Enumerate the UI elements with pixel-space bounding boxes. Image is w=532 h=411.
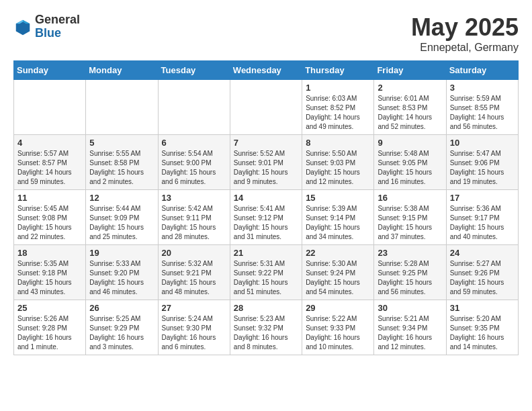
- calendar-cell: 24Sunrise: 5:27 AM Sunset: 9:26 PM Dayli…: [446, 245, 518, 300]
- day-number: 10: [450, 138, 515, 148]
- day-info: Sunrise: 5:33 AM Sunset: 9:20 PM Dayligh…: [89, 259, 154, 297]
- day-number: 11: [17, 193, 82, 203]
- day-info: Sunrise: 5:21 AM Sunset: 9:34 PM Dayligh…: [378, 314, 442, 352]
- calendar-cell: 1Sunrise: 6:03 AM Sunset: 8:52 PM Daylig…: [302, 80, 374, 135]
- day-info: Sunrise: 5:25 AM Sunset: 9:29 PM Dayligh…: [89, 314, 154, 352]
- calendar-cell: 5Sunrise: 5:55 AM Sunset: 8:58 PM Daylig…: [86, 135, 158, 190]
- day-number: 21: [234, 248, 298, 258]
- calendar-cell: 9Sunrise: 5:48 AM Sunset: 9:05 PM Daylig…: [374, 135, 446, 190]
- day-info: Sunrise: 5:57 AM Sunset: 8:57 PM Dayligh…: [17, 149, 82, 187]
- day-info: Sunrise: 5:59 AM Sunset: 8:55 PM Dayligh…: [450, 94, 515, 132]
- day-info: Sunrise: 5:42 AM Sunset: 9:11 PM Dayligh…: [162, 204, 226, 242]
- calendar-cell: 15Sunrise: 5:39 AM Sunset: 9:14 PM Dayli…: [302, 190, 374, 245]
- weekday-header: Saturday: [446, 61, 518, 80]
- day-info: Sunrise: 6:03 AM Sunset: 8:52 PM Dayligh…: [306, 94, 370, 132]
- day-info: Sunrise: 5:45 AM Sunset: 9:08 PM Dayligh…: [17, 204, 82, 242]
- day-number: 5: [89, 138, 154, 148]
- day-info: Sunrise: 5:27 AM Sunset: 9:26 PM Dayligh…: [450, 259, 515, 297]
- day-number: 19: [89, 248, 154, 258]
- day-number: 25: [17, 303, 82, 313]
- day-info: Sunrise: 5:38 AM Sunset: 9:15 PM Dayligh…: [378, 204, 442, 242]
- day-info: Sunrise: 5:32 AM Sunset: 9:21 PM Dayligh…: [162, 259, 226, 297]
- calendar-cell: 26Sunrise: 5:25 AM Sunset: 9:29 PM Dayli…: [86, 300, 158, 355]
- day-number: 31: [450, 303, 515, 313]
- day-info: Sunrise: 5:47 AM Sunset: 9:06 PM Dayligh…: [450, 149, 515, 187]
- day-number: 1: [306, 83, 370, 93]
- day-info: Sunrise: 5:26 AM Sunset: 9:28 PM Dayligh…: [17, 314, 82, 352]
- day-info: Sunrise: 5:54 AM Sunset: 9:00 PM Dayligh…: [162, 149, 226, 187]
- day-number: 27: [162, 303, 226, 313]
- day-number: 13: [162, 193, 226, 203]
- calendar-cell: 19Sunrise: 5:33 AM Sunset: 9:20 PM Dayli…: [86, 245, 158, 300]
- day-number: 28: [234, 303, 298, 313]
- calendar-cell: 8Sunrise: 5:50 AM Sunset: 9:03 PM Daylig…: [302, 135, 374, 190]
- weekday-header-row: SundayMondayTuesdayWednesdayThursdayFrid…: [14, 61, 519, 80]
- calendar-cell: 14Sunrise: 5:41 AM Sunset: 9:12 PM Dayli…: [230, 190, 302, 245]
- day-number: 12: [89, 193, 154, 203]
- day-number: 23: [378, 248, 442, 258]
- day-info: Sunrise: 5:36 AM Sunset: 9:17 PM Dayligh…: [450, 204, 515, 242]
- day-number: 16: [378, 193, 442, 203]
- day-info: Sunrise: 5:23 AM Sunset: 9:32 PM Dayligh…: [234, 314, 298, 352]
- title-block: May 2025 Ennepetal, Germany: [411, 13, 519, 54]
- calendar-cell: 21Sunrise: 5:31 AM Sunset: 9:22 PM Dayli…: [230, 245, 302, 300]
- calendar-week-row: 25Sunrise: 5:26 AM Sunset: 9:28 PM Dayli…: [14, 300, 519, 355]
- calendar-cell: [86, 80, 158, 135]
- calendar-cell: 18Sunrise: 5:35 AM Sunset: 9:18 PM Dayli…: [14, 245, 86, 300]
- weekday-header: Monday: [86, 61, 158, 80]
- calendar-cell: 10Sunrise: 5:47 AM Sunset: 9:06 PM Dayli…: [446, 135, 518, 190]
- day-number: 17: [450, 193, 515, 203]
- weekday-header: Wednesday: [230, 61, 302, 80]
- day-info: Sunrise: 5:55 AM Sunset: 8:58 PM Dayligh…: [89, 149, 154, 187]
- calendar-cell: 27Sunrise: 5:24 AM Sunset: 9:30 PM Dayli…: [158, 300, 230, 355]
- calendar-cell: 13Sunrise: 5:42 AM Sunset: 9:11 PM Dayli…: [158, 190, 230, 245]
- calendar-cell: 12Sunrise: 5:44 AM Sunset: 9:09 PM Dayli…: [86, 190, 158, 245]
- day-number: 29: [306, 303, 370, 313]
- calendar-cell: [158, 80, 230, 135]
- day-number: 20: [162, 248, 226, 258]
- day-info: Sunrise: 5:31 AM Sunset: 9:22 PM Dayligh…: [234, 259, 298, 297]
- day-number: 2: [378, 83, 442, 93]
- day-info: Sunrise: 5:30 AM Sunset: 9:24 PM Dayligh…: [306, 259, 370, 297]
- calendar-cell: 16Sunrise: 5:38 AM Sunset: 9:15 PM Dayli…: [374, 190, 446, 245]
- calendar-cell: 31Sunrise: 5:20 AM Sunset: 9:35 PM Dayli…: [446, 300, 518, 355]
- day-number: 4: [17, 138, 82, 148]
- calendar-cell: 3Sunrise: 5:59 AM Sunset: 8:55 PM Daylig…: [446, 80, 518, 135]
- day-info: Sunrise: 6:01 AM Sunset: 8:53 PM Dayligh…: [378, 94, 442, 132]
- weekday-header: Thursday: [302, 61, 374, 80]
- day-info: Sunrise: 5:20 AM Sunset: 9:35 PM Dayligh…: [450, 314, 515, 352]
- day-number: 15: [306, 193, 370, 203]
- day-number: 8: [306, 138, 370, 148]
- day-info: Sunrise: 5:35 AM Sunset: 9:18 PM Dayligh…: [17, 259, 82, 297]
- calendar-cell: 20Sunrise: 5:32 AM Sunset: 9:21 PM Dayli…: [158, 245, 230, 300]
- day-info: Sunrise: 5:41 AM Sunset: 9:12 PM Dayligh…: [234, 204, 298, 242]
- calendar-cell: 17Sunrise: 5:36 AM Sunset: 9:17 PM Dayli…: [446, 190, 518, 245]
- page-header: General Blue May 2025 Ennepetal, Germany: [13, 13, 519, 54]
- day-number: 24: [450, 248, 515, 258]
- calendar-cell: [14, 80, 86, 135]
- logo-blue: Blue: [35, 27, 80, 40]
- calendar-cell: 22Sunrise: 5:30 AM Sunset: 9:24 PM Dayli…: [302, 245, 374, 300]
- day-number: 7: [234, 138, 298, 148]
- day-number: 26: [89, 303, 154, 313]
- calendar-cell: 6Sunrise: 5:54 AM Sunset: 9:00 PM Daylig…: [158, 135, 230, 190]
- weekday-header: Tuesday: [158, 61, 230, 80]
- location: Ennepetal, Germany: [411, 42, 519, 54]
- day-number: 3: [450, 83, 515, 93]
- day-number: 18: [17, 248, 82, 258]
- day-number: 9: [378, 138, 442, 148]
- day-info: Sunrise: 5:22 AM Sunset: 9:33 PM Dayligh…: [306, 314, 370, 352]
- weekday-header: Sunday: [14, 61, 86, 80]
- logo-icon: [13, 17, 32, 36]
- day-info: Sunrise: 5:28 AM Sunset: 9:25 PM Dayligh…: [378, 259, 442, 297]
- calendar-week-row: 18Sunrise: 5:35 AM Sunset: 9:18 PM Dayli…: [14, 245, 519, 300]
- day-number: 30: [378, 303, 442, 313]
- calendar-cell: 29Sunrise: 5:22 AM Sunset: 9:33 PM Dayli…: [302, 300, 374, 355]
- calendar-cell: 25Sunrise: 5:26 AM Sunset: 9:28 PM Dayli…: [14, 300, 86, 355]
- day-info: Sunrise: 5:50 AM Sunset: 9:03 PM Dayligh…: [306, 149, 370, 187]
- day-number: 14: [234, 193, 298, 203]
- calendar-cell: 4Sunrise: 5:57 AM Sunset: 8:57 PM Daylig…: [14, 135, 86, 190]
- calendar-cell: 28Sunrise: 5:23 AM Sunset: 9:32 PM Dayli…: [230, 300, 302, 355]
- weekday-header: Friday: [374, 61, 446, 80]
- calendar-cell: 23Sunrise: 5:28 AM Sunset: 9:25 PM Dayli…: [374, 245, 446, 300]
